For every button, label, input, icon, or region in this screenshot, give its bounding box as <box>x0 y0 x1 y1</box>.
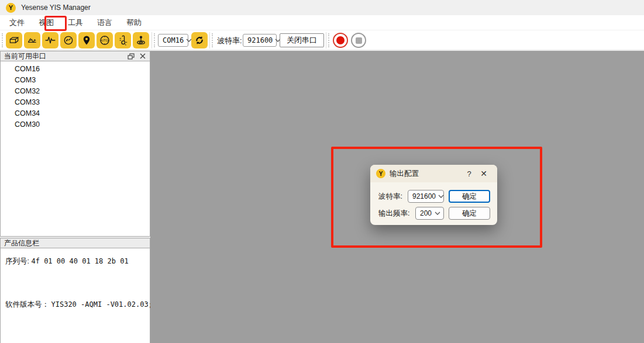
menu-language[interactable]: 语言 <box>90 15 119 30</box>
thermometer-icon[interactable] <box>115 32 131 48</box>
toolbar-separator <box>151 32 152 48</box>
list-item-port[interactable]: COM16 <box>1 64 150 75</box>
dialog-baud-value: 921600 <box>412 192 436 200</box>
dialog-close-button[interactable]: ✕ <box>476 169 491 178</box>
toolbar-separator <box>209 32 210 48</box>
dialog-baud-select[interactable]: 921600 <box>408 190 444 203</box>
app-window: Y Yesense YIS Manager 文件 视图 工具 语言 帮助 <box>0 0 644 343</box>
svg-text:UTC: UTC <box>101 39 108 42</box>
baud-rate-label: 波特率: <box>217 36 242 46</box>
product-info-header: 产品信息栏 <box>0 238 150 248</box>
toolbar-grip[interactable] <box>2 33 3 47</box>
list-item-port[interactable]: COM30 <box>1 119 150 130</box>
refresh-arrows-icon <box>194 34 205 46</box>
gyro-joystick-icon[interactable] <box>133 32 149 48</box>
gauge-icon[interactable] <box>60 32 77 48</box>
record-icon <box>336 36 345 44</box>
menu-view[interactable]: 视图 <box>32 15 61 30</box>
cube-3d-icon[interactable] <box>6 32 22 48</box>
close-panel-icon[interactable] <box>138 52 147 60</box>
list-item-port[interactable]: COM3 <box>1 75 150 86</box>
firmware-version-label: 软件版本号： <box>5 300 49 309</box>
refresh-ports-button[interactable] <box>191 32 208 48</box>
stop-button[interactable] <box>351 33 366 48</box>
dialog-freq-label: 输出频率: <box>378 209 409 219</box>
serial-number-label: 序列号: <box>5 257 29 265</box>
menu-file[interactable]: 文件 <box>2 15 32 30</box>
toolbar-separator <box>326 32 326 48</box>
float-panel-icon[interactable] <box>126 52 136 60</box>
toolbar-grip[interactable] <box>212 33 213 47</box>
product-info-area: 序列号: 4f 01 00 40 01 18 2b 01 软件版本号： YIS3… <box>0 248 150 343</box>
dialog-title-bar: Y 输出配置 ? ✕ <box>370 165 497 182</box>
dialog-title: 输出配置 <box>390 169 462 179</box>
record-button[interactable] <box>333 33 348 48</box>
toolbar: UTC COM16 <box>0 30 644 50</box>
dialog-freq-select[interactable]: 200 <box>415 207 444 220</box>
location-pin-icon[interactable] <box>78 32 95 48</box>
toolbar-grip[interactable] <box>154 33 155 47</box>
menu-bar: 文件 视图 工具 语言 帮助 <box>0 15 644 30</box>
serial-number-row: 序列号: 4f 01 00 40 01 18 2b 01 <box>5 257 129 266</box>
dialog-baud-label: 波特率: <box>378 192 402 202</box>
firmware-version-value: YIS320 -AQMI -V01.02.03; <box>51 300 152 309</box>
utc-clock-icon[interactable]: UTC <box>97 32 113 48</box>
left-dock-panel: 当前可用串口 COM16 COM3 COM32 COM33 COM34 COM3… <box>0 51 150 343</box>
dialog-freq-ok-button[interactable]: 确定 <box>449 207 490 220</box>
com-port-value: COM16 <box>163 36 184 44</box>
toolbar-grip[interactable] <box>328 33 329 47</box>
chevron-down-icon <box>435 210 440 216</box>
output-config-dialog: Y 输出配置 ? ✕ 波特率: 921600 确定 输出频率: 200 确定 <box>370 165 497 225</box>
product-info-title: 产品信息栏 <box>4 238 39 248</box>
app-logo-icon: Y <box>6 3 16 13</box>
list-item-port[interactable]: COM33 <box>1 97 150 108</box>
close-serial-button[interactable]: 关闭串口 <box>280 33 324 47</box>
firmware-version-row: 软件版本号： YIS320 -AQMI -V01.02.03; <box>5 300 153 310</box>
stop-icon <box>356 37 362 44</box>
menu-tools[interactable]: 工具 <box>61 15 90 30</box>
chevron-down-icon <box>438 193 444 199</box>
baud-rate-value: 921600 <box>247 36 273 44</box>
list-item-port[interactable]: COM34 <box>1 108 150 119</box>
dialog-freq-value: 200 <box>420 209 432 217</box>
serial-port-list: COM16 COM3 COM32 COM33 COM34 COM30 <box>0 61 150 237</box>
list-item-port[interactable]: COM32 <box>1 86 150 97</box>
serial-panel-title: 当前可用串口 <box>4 51 46 61</box>
title-bar: Y Yesense YIS Manager <box>0 0 644 15</box>
dialog-help-button[interactable]: ? <box>462 169 476 178</box>
serial-panel-header: 当前可用串口 <box>0 51 150 61</box>
dialog-baud-ok-button[interactable]: 确定 <box>449 190 490 203</box>
dialog-logo-icon: Y <box>376 169 385 178</box>
com-port-select[interactable]: COM16 <box>158 34 188 47</box>
baud-rate-select[interactable]: 921600 <box>243 34 277 47</box>
waveform-angle-icon[interactable] <box>24 32 40 48</box>
serial-number-value: 4f 01 00 40 01 18 2b 01 <box>31 257 128 265</box>
window-title: Yesense YIS Manager <box>21 4 91 12</box>
menu-help[interactable]: 帮助 <box>119 15 149 30</box>
pulse-waveform-icon[interactable] <box>42 32 58 48</box>
